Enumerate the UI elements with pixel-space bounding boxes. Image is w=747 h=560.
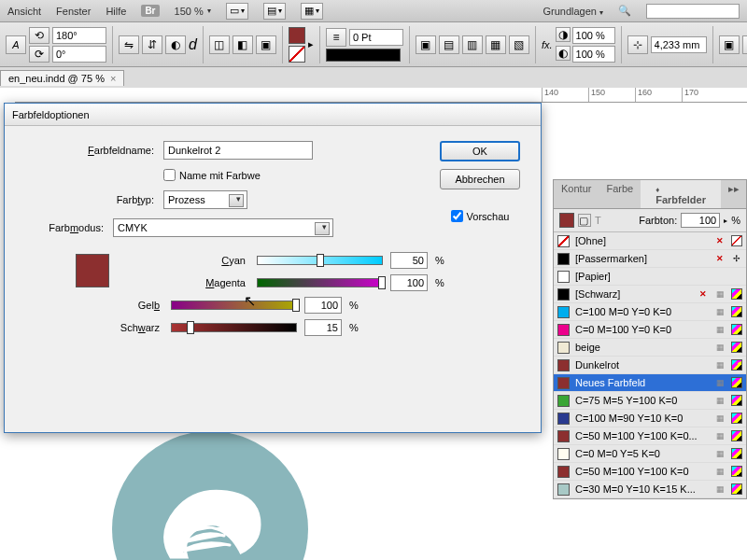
cyan-value[interactable]: [390, 252, 428, 269]
flip-h-icon[interactable]: ⇋: [119, 35, 139, 54]
swatch-row[interactable]: C=30 M=0 Y=10 K=15 K...▦: [554, 481, 746, 498]
font-style-icon[interactable]: A: [6, 35, 26, 54]
swatch-name: C=30 M=0 Y=10 K=15 K...: [575, 483, 709, 495]
tab-farbfelder[interactable]: ♦ Farbfelder: [641, 180, 721, 208]
swatch-row[interactable]: [Passermarken]✕✢: [554, 250, 746, 268]
menu-ansicht[interactable]: Ansicht: [7, 6, 41, 17]
swatch-name-input[interactable]: [163, 141, 313, 160]
swatch-row[interactable]: C=50 M=100 Y=100 K=0▦: [554, 463, 746, 481]
panel-collapse-icon[interactable]: ▸▸: [721, 180, 747, 208]
misc-icon-2[interactable]: ◫: [209, 35, 230, 54]
swatch-name: Dunkelrot: [575, 359, 709, 371]
cyan-slider[interactable]: [257, 256, 383, 265]
fill-swatch[interactable]: [289, 27, 305, 44]
close-icon[interactable]: ×: [110, 73, 116, 84]
registration-icon: ✢: [731, 253, 742, 264]
flip-v-icon[interactable]: ⇵: [142, 35, 162, 54]
stroke-indicator[interactable]: ▢: [578, 214, 591, 227]
dialog-titlebar[interactable]: Farbfeldoptionen: [5, 104, 541, 126]
fill-indicator[interactable]: [559, 213, 574, 228]
swatch-row[interactable]: C=100 M=0 Y=0 K=0▦: [554, 303, 746, 321]
preview-checkbox[interactable]: Vorschau: [451, 210, 510, 222]
color-mode-select[interactable]: CMYK: [113, 218, 333, 237]
wrap-icon-5[interactable]: ▧: [509, 35, 529, 54]
text-fill-icon[interactable]: T: [595, 215, 601, 226]
black-value[interactable]: [304, 319, 342, 336]
view-mode-3[interactable]: ▦: [301, 3, 323, 20]
misc-icon-3[interactable]: ◧: [233, 35, 253, 54]
fx-button[interactable]: fx.: [542, 39, 553, 50]
tint-input[interactable]: [681, 213, 720, 228]
color-type-select[interactable]: Prozess: [163, 190, 247, 209]
black-slider[interactable]: [171, 323, 297, 332]
rotation-1[interactable]: [52, 27, 106, 44]
yellow-slider[interactable]: [171, 301, 297, 310]
document-tab[interactable]: en_neu.indd @ 75 % ×: [0, 70, 124, 86]
opacity-2[interactable]: [572, 46, 615, 63]
bridge-button[interactable]: Br: [141, 5, 159, 17]
control-toolbar: A ⟲ ⟳ ⇋ ⇵ ◐ d ◫ ◧ ▣ ▸ ≡: [0, 22, 747, 67]
opacity-icon[interactable]: ◑: [556, 27, 571, 42]
swatch-row[interactable]: C=0 M=0 Y=5 K=0▦: [554, 445, 746, 463]
swatch-chip: [557, 483, 570, 496]
stroke-weight[interactable]: [349, 29, 403, 46]
frame-size[interactable]: [651, 36, 707, 53]
global-icon: ▦: [714, 324, 726, 335]
swatch-row[interactable]: C=50 M=100 Y=100 K=0...▦: [554, 427, 746, 445]
swatch-chip: [557, 466, 570, 478]
swatch-row[interactable]: Dunkelrot▦: [554, 357, 746, 374]
stroke-swatch[interactable]: [289, 46, 305, 63]
wrap-icon-4[interactable]: ▦: [486, 35, 506, 54]
global-icon: ▦: [714, 413, 726, 424]
misc-icon-1[interactable]: ◐: [165, 35, 186, 54]
none-mode-icon: [731, 235, 742, 246]
swatch-row[interactable]: C=100 M=90 Y=10 K=0▦: [554, 410, 746, 427]
cmyk-icon: [731, 377, 742, 388]
fit-icon-1[interactable]: ▣: [719, 35, 740, 54]
rotation-2[interactable]: [52, 46, 106, 63]
menu-hilfe[interactable]: Hilfe: [106, 6, 126, 17]
swatch-name: C=0 M=0 Y=5 K=0: [575, 448, 709, 459]
opacity-icon-2[interactable]: ◐: [556, 46, 571, 61]
swatch-row[interactable]: C=0 M=100 Y=0 K=0▦: [554, 321, 746, 339]
zoom-control[interactable]: 150 %▾: [175, 6, 211, 17]
magenta-value[interactable]: [390, 274, 428, 291]
tab-kontur[interactable]: Kontur: [554, 180, 599, 208]
stroke-style[interactable]: [326, 49, 401, 62]
swatch-row[interactable]: Neues Farbfeld▦: [554, 374, 746, 392]
swatch-row[interactable]: [Schwarz]✕▦: [554, 286, 746, 303]
wrap-icon-2[interactable]: ▤: [439, 35, 459, 54]
swatch-chip: [557, 288, 570, 301]
menubar: Ansicht Fenster Hilfe Br 150 %▾ ▭ ▤ ▦ Gr…: [0, 0, 747, 22]
fit-icon-2[interactable]: ▢: [742, 35, 747, 54]
wrap-icon-3[interactable]: ▥: [462, 35, 483, 54]
view-mode-2[interactable]: ▤: [263, 3, 286, 20]
swatch-row[interactable]: C=75 M=5 Y=100 K=0▦: [554, 392, 746, 410]
rotate-icon-2[interactable]: ⟳: [29, 46, 49, 63]
cmyk-icon: [731, 395, 742, 406]
stroke-weight-icon[interactable]: ≡: [326, 28, 346, 47]
type-label: Farbtyp:: [23, 194, 163, 205]
swatch-arrow-icon: ▸: [308, 38, 314, 50]
swatch-row[interactable]: beige▦: [554, 339, 746, 357]
search-input[interactable]: [646, 4, 740, 19]
name-with-value-checkbox[interactable]: Name mit Farbwe: [163, 169, 261, 181]
opacity[interactable]: [572, 27, 615, 44]
yellow-value[interactable]: [304, 297, 342, 314]
view-mode-1[interactable]: ▭: [226, 3, 248, 20]
magenta-slider[interactable]: [257, 278, 383, 287]
swatch-name: [Passermarken]: [575, 253, 709, 264]
ok-button[interactable]: OK: [440, 141, 520, 161]
tab-farbe[interactable]: Farbe: [599, 180, 641, 208]
wrap-icon-1[interactable]: ▣: [416, 35, 436, 54]
workspace-selector[interactable]: Grundlagen ▾: [543, 6, 603, 17]
tint-slider-icon[interactable]: ▸: [724, 217, 727, 225]
cancel-button[interactable]: Abbrechen: [440, 169, 520, 189]
swatch-row[interactable]: [Ohne]✕: [554, 232, 746, 250]
crop-icon[interactable]: ⊹: [627, 35, 648, 54]
horizontal-ruler: 140 150 160 170: [15, 88, 747, 103]
misc-icon-4[interactable]: ▣: [256, 35, 276, 54]
menu-fenster[interactable]: Fenster: [56, 6, 91, 17]
rotate-icon[interactable]: ⟲: [29, 27, 49, 44]
swatch-row[interactable]: [Papier]: [554, 268, 746, 286]
